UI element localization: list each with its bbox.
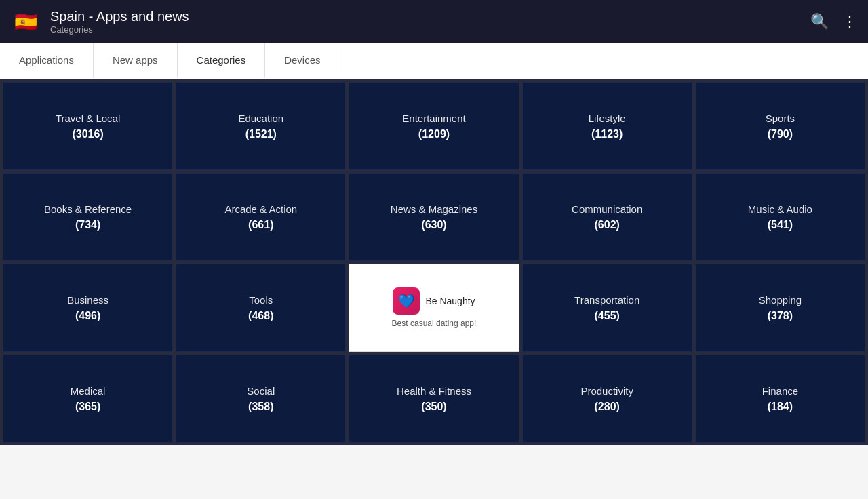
category-card-medical[interactable]: Medical (365) [3,355,173,443]
category-card-entertainment[interactable]: Entertainment (1209) [349,82,519,170]
category-card-business[interactable]: Business (496) [3,264,173,352]
category-count: (790) [768,128,793,140]
category-card-arcade-action[interactable]: Arcade & Action (661) [176,173,346,261]
category-count: (350) [421,401,446,413]
category-name: Productivity [580,385,633,397]
category-count: (1123) [591,128,623,140]
category-name: Shopping [759,294,802,306]
category-name: Entertainment [402,113,465,124]
category-count: (630) [421,219,446,231]
tab-applications[interactable]: Applications [0,43,94,79]
category-name: Business [67,294,108,306]
category-name: Music & Audio [748,203,812,215]
categories-grid: Travel & Local (3016) Education (1521) E… [0,79,868,445]
header-right: 🔍 ⋮ [810,13,857,31]
category-count: (734) [75,219,100,231]
header-left: 🇪🇸 Spain - Apps and news Categories [11,7,189,37]
tab-new-apps[interactable]: New apps [94,43,178,79]
category-name: Books & Reference [44,203,132,215]
app-header: 🇪🇸 Spain - Apps and news Categories 🔍 ⋮ [0,0,868,43]
category-card-education[interactable]: Education (1521) [176,82,346,170]
category-name: Arcade & Action [224,203,297,215]
more-menu-icon[interactable]: ⋮ [842,13,857,31]
category-card-shopping[interactable]: Shopping (378) [695,264,865,352]
ad-app-row: 💙 Be Naughty [393,287,475,315]
category-count: (496) [75,310,100,322]
header-title-group: Spain - Apps and news Categories [50,9,189,35]
category-card-social[interactable]: Social (358) [176,355,346,443]
ad-app-icon: 💙 [393,287,420,315]
category-count: (602) [595,219,620,231]
category-card-travel-local[interactable]: Travel & Local (3016) [3,82,173,170]
category-card-productivity[interactable]: Productivity (280) [522,355,692,443]
category-count: (184) [768,401,793,413]
category-name: Tools [249,294,273,306]
category-name: Finance [762,385,798,397]
category-name: Social [247,385,275,397]
category-count: (365) [75,401,100,413]
category-name: Travel & Local [56,113,120,124]
category-card-sports[interactable]: Sports (790) [695,82,865,170]
category-count: (378) [768,310,793,322]
category-name: Sports [766,113,795,124]
category-count: (541) [768,219,793,231]
country-flag: 🇪🇸 [11,7,41,37]
category-count: (661) [248,219,273,231]
app-title: Spain - Apps and news [50,9,189,24]
category-count: (3016) [72,128,103,140]
category-count: (1521) [245,128,277,140]
ad-app-name: Be Naughty [425,296,475,306]
category-card-finance[interactable]: Finance (184) [695,355,865,443]
category-name: Communication [572,203,642,215]
ad-app-tagline: Best casual dating app! [392,319,477,328]
category-name: Transportation [574,294,639,306]
category-card-transportation[interactable]: Transportation (455) [522,264,692,352]
ad-card[interactable]: 💙 Be Naughty Best casual dating app! [349,264,519,352]
category-name: Health & Fitness [397,385,471,397]
tab-devices[interactable]: Devices [265,43,340,79]
ad-content: 💙 Be Naughty Best casual dating app! [392,287,477,328]
category-card-tools[interactable]: Tools (468) [176,264,346,352]
category-name: Medical [71,385,106,397]
app-subtitle: Categories [50,24,189,35]
category-name: News & Magazines [391,203,477,215]
category-count: (1209) [418,128,450,140]
category-card-music-audio[interactable]: Music & Audio (541) [695,173,865,261]
category-count: (358) [248,401,273,413]
tab-bar: Applications New apps Categories Devices [0,43,868,79]
category-name: Lifestyle [589,113,626,124]
category-count: (455) [595,310,620,322]
tab-categories[interactable]: Categories [178,43,266,79]
search-icon[interactable]: 🔍 [810,13,829,31]
category-card-health-fitness[interactable]: Health & Fitness (350) [349,355,519,443]
category-card-communication[interactable]: Communication (602) [522,173,692,261]
category-count: (280) [595,401,620,413]
category-name: Education [238,113,283,124]
category-card-lifestyle[interactable]: Lifestyle (1123) [522,82,692,170]
category-card-news-magazines[interactable]: News & Magazines (630) [349,173,519,261]
category-card-books-reference[interactable]: Books & Reference (734) [3,173,173,261]
category-count: (468) [248,310,273,322]
